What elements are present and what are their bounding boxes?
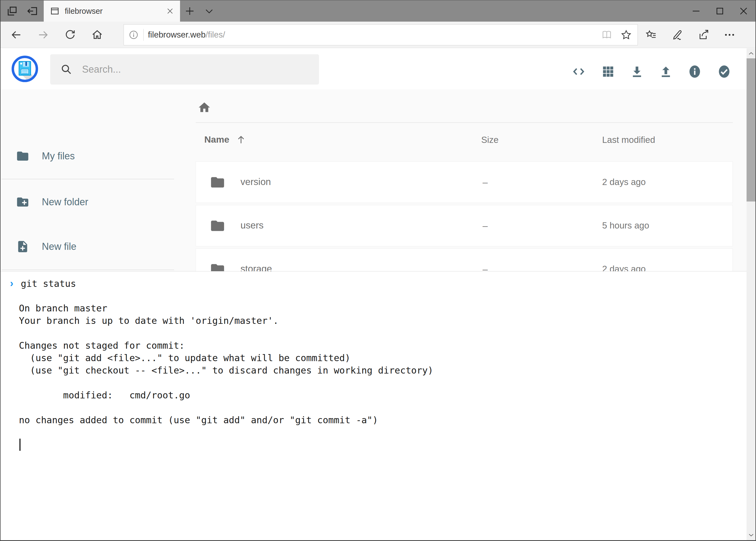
back-button[interactable] xyxy=(3,22,30,48)
set-tabs-aside-button[interactable] xyxy=(24,1,41,22)
site-info-icon[interactable] xyxy=(128,29,139,40)
file-name: users xyxy=(240,220,264,231)
file-size: – xyxy=(483,177,488,188)
new-tab-button[interactable] xyxy=(180,1,199,22)
more-options-button[interactable] xyxy=(716,22,742,48)
add-favorite-button[interactable] xyxy=(619,25,634,45)
breadcrumb-home-icon xyxy=(197,101,211,114)
folder-icon xyxy=(16,149,29,163)
folder-icon xyxy=(209,218,226,234)
share-button[interactable] xyxy=(690,22,716,48)
new-tab-icon xyxy=(184,5,195,17)
file-row-users[interactable]: users – 5 hours ago xyxy=(196,205,733,246)
browser-window: filebrowser xyxy=(0,0,756,541)
tab-title: filebrowser xyxy=(65,7,161,16)
url-text[interactable]: filebrowser.web/files/ xyxy=(148,30,595,40)
sidebar-divider xyxy=(2,179,174,179)
refresh-button[interactable] xyxy=(57,22,84,48)
listing-column-headers: Name Size Last modified xyxy=(196,134,733,149)
tab-previews-button[interactable] xyxy=(4,1,21,22)
new-file-icon xyxy=(16,240,29,254)
file-modified: 2 days ago xyxy=(602,177,645,187)
url-host: filebrowser.web xyxy=(148,30,206,39)
tab-previews-icon xyxy=(6,5,18,17)
file-row-version[interactable]: version – 2 days ago xyxy=(196,162,733,203)
refresh-icon xyxy=(64,29,76,41)
sidebar-item-new-file[interactable]: New file xyxy=(1,236,175,258)
page-favicon xyxy=(50,6,60,16)
sidebar-item-new-folder[interactable]: New folder xyxy=(1,191,175,213)
scrollbar-thumb[interactable] xyxy=(747,58,755,202)
terminal-command: git status xyxy=(21,278,76,289)
web-notes-icon xyxy=(671,29,683,41)
favorite-star-icon xyxy=(620,29,632,41)
column-header-size[interactable]: Size xyxy=(481,135,499,145)
terminal-cursor xyxy=(19,439,21,451)
terminal-prompt-line: ›git status xyxy=(1,271,747,289)
navigation-toolbar: filebrowser.web/files/ xyxy=(1,22,755,48)
search-icon xyxy=(61,64,72,75)
app-logo[interactable] xyxy=(12,56,38,82)
forward-button[interactable] xyxy=(30,22,57,48)
file-size: – xyxy=(483,221,488,231)
prompt-chevron-icon: › xyxy=(10,277,16,289)
file-name: version xyxy=(240,176,271,187)
file-modified: 5 hours ago xyxy=(602,221,649,231)
minimize-icon xyxy=(691,6,701,16)
web-notes-button[interactable] xyxy=(664,22,690,48)
terminal-panel[interactable]: ›git status On branch master Your branch… xyxy=(1,271,747,540)
tab-filebrowser[interactable]: filebrowser xyxy=(44,1,180,22)
sidebar-item-label: My files xyxy=(42,151,75,162)
reading-view-icon xyxy=(601,29,613,41)
home-icon xyxy=(91,29,104,41)
home-button[interactable] xyxy=(84,22,111,48)
tab-actions xyxy=(1,1,44,22)
reading-view-button[interactable] xyxy=(599,25,614,45)
maximize-icon xyxy=(714,6,725,16)
vertical-scrollbar[interactable] xyxy=(747,48,755,540)
more-options-icon xyxy=(723,29,736,41)
tab-dropdown-icon xyxy=(204,6,215,16)
minimize-button[interactable] xyxy=(684,1,708,22)
new-folder-icon xyxy=(16,195,29,209)
close-window-button[interactable] xyxy=(732,1,755,22)
close-window-icon xyxy=(738,6,749,16)
sidebar-item-my-files[interactable]: My files xyxy=(1,145,175,167)
breadcrumb-home-button[interactable] xyxy=(197,101,211,114)
sidebar-divider xyxy=(2,270,174,270)
column-header-name-label: Name xyxy=(204,134,229,145)
folder-icon xyxy=(209,175,226,190)
favorites-hub-icon xyxy=(645,29,657,41)
sidebar-item-label: New folder xyxy=(42,196,88,208)
set-tabs-aside-icon xyxy=(26,5,38,17)
tab-preview-toggle[interactable] xyxy=(199,1,219,22)
column-header-name[interactable]: Name xyxy=(204,134,246,145)
breadcrumb-divider xyxy=(196,122,733,123)
sort-ascending-icon xyxy=(236,135,246,145)
column-header-modified[interactable]: Last modified xyxy=(602,135,655,145)
scroll-up-button[interactable] xyxy=(747,48,755,59)
favorites-hub-button[interactable] xyxy=(638,22,664,48)
sidebar-item-label: New file xyxy=(42,241,76,252)
forward-icon xyxy=(37,29,49,41)
share-icon xyxy=(697,29,710,41)
floppy-disk-icon xyxy=(19,61,31,76)
maximize-button[interactable] xyxy=(708,1,732,22)
titlebar: filebrowser xyxy=(1,0,755,22)
page-viewport: My files New folder New file Sett xyxy=(1,48,755,540)
terminal-output: On branch master Your branch is up to da… xyxy=(1,289,747,426)
back-icon xyxy=(10,29,22,41)
scroll-down-button[interactable] xyxy=(747,530,755,540)
address-bar[interactable]: filebrowser.web/files/ xyxy=(124,24,638,45)
url-path: /files/ xyxy=(206,30,225,39)
close-tab-icon[interactable] xyxy=(166,7,174,15)
titlebar-drag-area xyxy=(219,1,684,22)
